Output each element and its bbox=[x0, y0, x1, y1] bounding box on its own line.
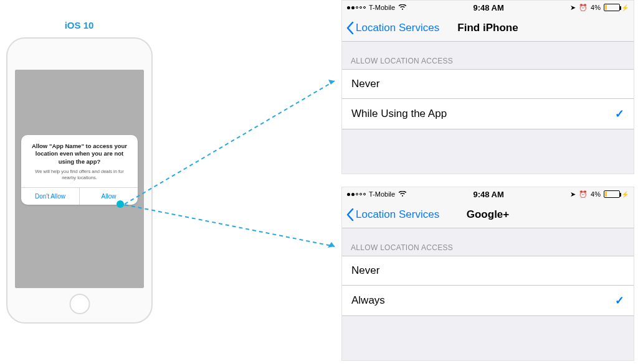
arrow-to-top-screen bbox=[123, 75, 341, 208]
location-arrow-icon: ➤ bbox=[570, 190, 576, 198]
battery-pct: 4% bbox=[591, 190, 601, 198]
wifi-icon bbox=[398, 4, 407, 11]
settings-screen-find-iphone: T-Mobile 9:48 AM ➤ ⏰ 4% ⚡ Location Servi… bbox=[341, 0, 634, 174]
section-header: ALLOW LOCATION ACCESS bbox=[342, 228, 634, 256]
battery-icon: ⚡ bbox=[604, 4, 629, 11]
location-arrow-icon: ➤ bbox=[570, 4, 576, 12]
back-label: Location Services bbox=[356, 208, 439, 221]
option-label: Never bbox=[351, 78, 379, 90]
nav-bar: Location Services Find iPhone bbox=[342, 14, 634, 42]
option-never[interactable]: Never bbox=[342, 256, 634, 285]
checkmark-icon: ✓ bbox=[615, 294, 624, 307]
pointer-dot bbox=[117, 200, 124, 208]
carrier-label: T-Mobile bbox=[369, 4, 395, 11]
arrow-to-bottom-screen bbox=[123, 203, 341, 253]
section-header: ALLOW LOCATION ACCESS bbox=[342, 42, 634, 69]
chevron-left-icon bbox=[346, 208, 355, 221]
phone-screen: Allow "App Name" to access your location… bbox=[15, 70, 144, 288]
battery-pct: 4% bbox=[591, 4, 601, 11]
home-button[interactable] bbox=[69, 294, 90, 314]
option-always[interactable]: Always ✓ bbox=[342, 285, 634, 316]
alarm-icon: ⏰ bbox=[579, 4, 588, 12]
option-label: While Using the App bbox=[351, 108, 447, 120]
clock: 9:48 AM bbox=[473, 190, 503, 199]
option-label: Always bbox=[351, 294, 385, 307]
checkmark-icon: ✓ bbox=[615, 107, 624, 121]
back-button[interactable]: Location Services bbox=[346, 208, 439, 221]
dialog-title: Allow "App Name" to access your location… bbox=[27, 142, 131, 166]
battery-icon: ⚡ bbox=[604, 190, 629, 198]
status-bar: T-Mobile 9:48 AM ➤ ⏰ 4% ⚡ bbox=[342, 187, 634, 201]
wifi-icon bbox=[398, 191, 407, 197]
nav-bar: Location Services Google+ bbox=[342, 201, 634, 228]
dont-allow-button[interactable]: Don't Allow bbox=[21, 188, 79, 205]
chevron-left-icon bbox=[346, 22, 355, 34]
option-label: Never bbox=[351, 264, 379, 277]
dialog-subtitle: We will help you find offers and deals i… bbox=[27, 169, 131, 181]
phone-mockup: Allow "App Name" to access your location… bbox=[6, 37, 153, 324]
allow-button[interactable]: Allow bbox=[79, 188, 138, 205]
nav-title: Google+ bbox=[467, 208, 509, 221]
signal-icon bbox=[347, 193, 366, 196]
signal-icon bbox=[347, 6, 366, 9]
ios-version-label: iOS 10 bbox=[57, 20, 101, 30]
option-while-using[interactable]: While Using the App ✓ bbox=[342, 98, 634, 129]
settings-screen-googleplus: T-Mobile 9:48 AM ➤ ⏰ 4% ⚡ Location Servi… bbox=[341, 187, 634, 361]
status-bar: T-Mobile 9:48 AM ➤ ⏰ 4% ⚡ bbox=[342, 1, 634, 14]
back-button[interactable]: Location Services bbox=[346, 22, 439, 34]
option-never[interactable]: Never bbox=[342, 69, 634, 98]
permission-dialog: Allow "App Name" to access your location… bbox=[21, 135, 138, 205]
alarm-icon: ⏰ bbox=[579, 190, 588, 198]
nav-title: Find iPhone bbox=[457, 22, 518, 34]
clock: 9:48 AM bbox=[473, 3, 503, 12]
carrier-label: T-Mobile bbox=[369, 190, 395, 198]
back-label: Location Services bbox=[356, 22, 439, 34]
